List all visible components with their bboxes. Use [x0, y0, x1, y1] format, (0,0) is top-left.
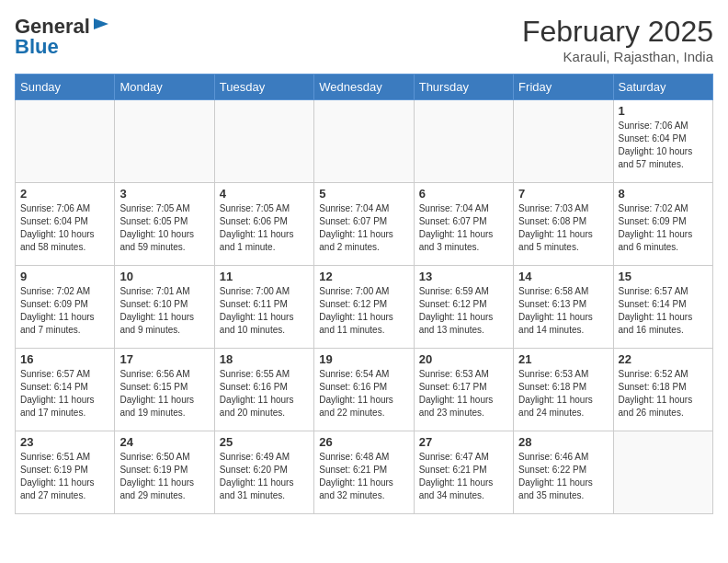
- day-number: 22: [619, 352, 708, 366]
- day-info: Sunrise: 7:00 AM Sunset: 6:11 PM Dayligh…: [220, 285, 309, 337]
- day-number: 2: [20, 187, 109, 201]
- calendar-day-cell: [16, 100, 115, 183]
- calendar-day-cell: 23Sunrise: 6:51 AM Sunset: 6:19 PM Dayli…: [16, 431, 115, 514]
- calendar-day-cell: 3Sunrise: 7:05 AM Sunset: 6:05 PM Daylig…: [115, 183, 214, 266]
- calendar-day-cell: 21Sunrise: 6:53 AM Sunset: 6:18 PM Dayli…: [514, 349, 613, 431]
- day-number: 13: [419, 270, 508, 283]
- day-number: 19: [319, 352, 408, 366]
- day-number: 6: [419, 187, 508, 201]
- calendar-day-cell: 14Sunrise: 6:58 AM Sunset: 6:13 PM Dayli…: [514, 266, 613, 349]
- calendar-day-cell: 25Sunrise: 6:49 AM Sunset: 6:20 PM Dayli…: [214, 431, 313, 514]
- weekday-header-monday: Monday: [115, 75, 214, 100]
- calendar-day-cell: [414, 100, 513, 183]
- calendar-week-row: 16Sunrise: 6:57 AM Sunset: 6:14 PM Dayli…: [16, 349, 713, 431]
- calendar-day-cell: 24Sunrise: 6:50 AM Sunset: 6:19 PM Dayli…: [115, 431, 214, 514]
- day-number: 9: [20, 270, 109, 283]
- day-info: Sunrise: 6:49 AM Sunset: 6:20 PM Dayligh…: [220, 451, 309, 502]
- day-number: 16: [20, 352, 109, 366]
- calendar-day-cell: 12Sunrise: 7:00 AM Sunset: 6:12 PM Dayli…: [314, 266, 414, 349]
- calendar-day-cell: 13Sunrise: 6:59 AM Sunset: 6:12 PM Dayli…: [414, 266, 513, 349]
- calendar-day-cell: 11Sunrise: 7:00 AM Sunset: 6:11 PM Dayli…: [214, 266, 313, 349]
- calendar-day-cell: 1Sunrise: 7:06 AM Sunset: 6:04 PM Daylig…: [613, 100, 712, 183]
- day-number: 26: [319, 435, 408, 449]
- calendar-day-cell: 28Sunrise: 6:46 AM Sunset: 6:22 PM Dayli…: [514, 431, 613, 514]
- day-info: Sunrise: 7:04 AM Sunset: 6:07 PM Dayligh…: [319, 202, 408, 254]
- calendar-week-row: 9Sunrise: 7:02 AM Sunset: 6:09 PM Daylig…: [16, 266, 713, 349]
- calendar-day-cell: [514, 100, 613, 183]
- weekday-header-saturday: Saturday: [613, 75, 712, 100]
- day-number: 21: [518, 352, 608, 366]
- calendar-day-cell: 7Sunrise: 7:03 AM Sunset: 6:08 PM Daylig…: [514, 183, 613, 266]
- day-info: Sunrise: 6:48 AM Sunset: 6:21 PM Dayligh…: [319, 451, 408, 502]
- day-info: Sunrise: 7:02 AM Sunset: 6:09 PM Dayligh…: [619, 202, 708, 254]
- calendar-day-cell: 16Sunrise: 6:57 AM Sunset: 6:14 PM Dayli…: [16, 349, 115, 431]
- day-info: Sunrise: 6:57 AM Sunset: 6:14 PM Dayligh…: [619, 285, 708, 337]
- day-info: Sunrise: 6:52 AM Sunset: 6:18 PM Dayligh…: [619, 368, 708, 419]
- day-info: Sunrise: 6:57 AM Sunset: 6:14 PM Dayligh…: [20, 368, 109, 419]
- calendar-day-cell: [214, 100, 313, 183]
- calendar-day-cell: 19Sunrise: 6:54 AM Sunset: 6:16 PM Dayli…: [314, 349, 414, 431]
- calendar-day-cell: 27Sunrise: 6:47 AM Sunset: 6:21 PM Dayli…: [414, 431, 513, 514]
- calendar-day-cell: 22Sunrise: 6:52 AM Sunset: 6:18 PM Dayli…: [613, 349, 712, 431]
- svg-marker-0: [94, 18, 108, 29]
- day-number: 1: [619, 104, 708, 118]
- calendar-table: SundayMondayTuesdayWednesdayThursdayFrid…: [15, 74, 713, 514]
- day-number: 27: [419, 435, 508, 449]
- day-info: Sunrise: 7:00 AM Sunset: 6:12 PM Dayligh…: [319, 285, 408, 337]
- day-number: 3: [119, 187, 209, 201]
- day-info: Sunrise: 7:03 AM Sunset: 6:08 PM Dayligh…: [518, 202, 608, 254]
- day-number: 20: [419, 352, 508, 366]
- calendar-day-cell: 26Sunrise: 6:48 AM Sunset: 6:21 PM Dayli…: [314, 431, 414, 514]
- weekday-header-row: SundayMondayTuesdayWednesdayThursdayFrid…: [16, 75, 713, 100]
- day-info: Sunrise: 6:53 AM Sunset: 6:17 PM Dayligh…: [419, 368, 508, 419]
- page-header: General Blue February 2025 Karauli, Raja…: [15, 15, 713, 64]
- calendar-day-cell: 4Sunrise: 7:05 AM Sunset: 6:06 PM Daylig…: [214, 183, 313, 266]
- calendar-day-cell: 8Sunrise: 7:02 AM Sunset: 6:09 PM Daylig…: [613, 183, 712, 266]
- day-number: 11: [220, 270, 309, 283]
- day-number: 7: [518, 187, 608, 201]
- day-number: 10: [119, 270, 209, 283]
- title-block: February 2025 Karauli, Rajasthan, India: [522, 15, 713, 64]
- calendar-day-cell: 10Sunrise: 7:01 AM Sunset: 6:10 PM Dayli…: [115, 266, 214, 349]
- weekday-header-wednesday: Wednesday: [314, 75, 414, 100]
- day-info: Sunrise: 6:53 AM Sunset: 6:18 PM Dayligh…: [518, 368, 608, 419]
- day-number: 12: [319, 270, 408, 283]
- day-number: 15: [619, 270, 708, 283]
- calendar-day-cell: 5Sunrise: 7:04 AM Sunset: 6:07 PM Daylig…: [314, 183, 414, 266]
- day-number: 17: [119, 352, 209, 366]
- location-text: Karauli, Rajasthan, India: [522, 49, 713, 64]
- day-number: 23: [20, 435, 109, 449]
- day-number: 18: [220, 352, 309, 366]
- day-info: Sunrise: 6:58 AM Sunset: 6:13 PM Dayligh…: [518, 285, 608, 337]
- day-info: Sunrise: 7:05 AM Sunset: 6:06 PM Dayligh…: [220, 202, 309, 254]
- day-info: Sunrise: 7:06 AM Sunset: 6:04 PM Dayligh…: [619, 120, 708, 171]
- calendar-day-cell: 17Sunrise: 6:56 AM Sunset: 6:15 PM Dayli…: [115, 349, 214, 431]
- day-info: Sunrise: 6:46 AM Sunset: 6:22 PM Dayligh…: [518, 451, 608, 502]
- calendar-week-row: 1Sunrise: 7:06 AM Sunset: 6:04 PM Daylig…: [16, 100, 713, 183]
- calendar-day-cell: [314, 100, 414, 183]
- day-info: Sunrise: 6:59 AM Sunset: 6:12 PM Dayligh…: [419, 285, 508, 337]
- day-info: Sunrise: 7:04 AM Sunset: 6:07 PM Dayligh…: [419, 202, 508, 254]
- logo: General Blue: [15, 15, 110, 59]
- day-info: Sunrise: 7:01 AM Sunset: 6:10 PM Dayligh…: [119, 285, 209, 337]
- logo-flag-icon: [92, 17, 110, 35]
- day-info: Sunrise: 6:55 AM Sunset: 6:16 PM Dayligh…: [220, 368, 309, 419]
- day-info: Sunrise: 7:02 AM Sunset: 6:09 PM Dayligh…: [20, 285, 109, 337]
- calendar-day-cell: 15Sunrise: 6:57 AM Sunset: 6:14 PM Dayli…: [613, 266, 712, 349]
- day-number: 14: [518, 270, 608, 283]
- month-title: February 2025: [522, 15, 713, 49]
- day-info: Sunrise: 6:47 AM Sunset: 6:21 PM Dayligh…: [419, 451, 508, 502]
- day-info: Sunrise: 6:54 AM Sunset: 6:16 PM Dayligh…: [319, 368, 408, 419]
- day-info: Sunrise: 6:51 AM Sunset: 6:19 PM Dayligh…: [20, 451, 109, 502]
- calendar-day-cell: 9Sunrise: 7:02 AM Sunset: 6:09 PM Daylig…: [16, 266, 115, 349]
- calendar-week-row: 2Sunrise: 7:06 AM Sunset: 6:04 PM Daylig…: [16, 183, 713, 266]
- weekday-header-sunday: Sunday: [16, 75, 115, 100]
- day-number: 8: [619, 187, 708, 201]
- calendar-day-cell: 20Sunrise: 6:53 AM Sunset: 6:17 PM Dayli…: [414, 349, 513, 431]
- calendar-day-cell: [115, 100, 214, 183]
- day-number: 4: [220, 187, 309, 201]
- day-number: 5: [319, 187, 408, 201]
- day-number: 28: [518, 435, 608, 449]
- calendar-day-cell: 2Sunrise: 7:06 AM Sunset: 6:04 PM Daylig…: [16, 183, 115, 266]
- day-info: Sunrise: 7:06 AM Sunset: 6:04 PM Dayligh…: [20, 202, 109, 254]
